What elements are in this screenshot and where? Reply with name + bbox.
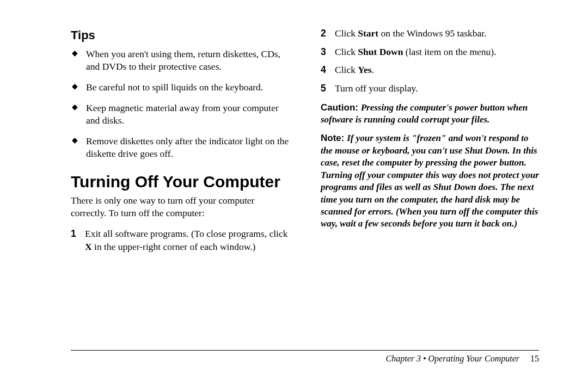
step-text-part: Click: [335, 64, 358, 75]
note-block: Note: If your system is "frozen" and won…: [321, 132, 539, 230]
caution-block: Caution: Pressing the computer's power b…: [321, 102, 539, 126]
intro-paragraph: There is only one way to turn off your c…: [71, 194, 289, 220]
step-number: 3: [321, 46, 335, 59]
step-1: 1 Exit all software programs. (To close …: [71, 228, 289, 253]
step-5: 5 Turn off your display.: [321, 82, 539, 95]
step-number: 5: [321, 82, 335, 95]
step-text-part: (last item on the menu).: [403, 46, 496, 57]
note-body: If your system is "frozen" and won't res…: [321, 133, 539, 229]
tip-item: Keep magnetic material away from your co…: [71, 102, 289, 127]
tips-list: When you aren't using them, return diske…: [71, 48, 289, 161]
step-text-bold: X: [85, 241, 92, 252]
document-page: Tips When you aren't using them, return …: [0, 0, 588, 380]
right-column: 2 Click Start on the Windows 95 taskbar.…: [321, 27, 539, 345]
page-footer: Chapter 3 • Operating Your Computer 15: [71, 350, 539, 364]
footer-chapter: Chapter 3 • Operating Your Computer: [386, 354, 519, 363]
step-text-part: in the upper-right corner of each window…: [92, 241, 256, 252]
left-column: Tips When you aren't using them, return …: [71, 27, 289, 345]
step-text-part: Click: [335, 28, 358, 39]
tip-item: When you aren't using them, return diske…: [71, 48, 289, 73]
step-text-bold: Yes: [358, 64, 371, 75]
step-number: 4: [321, 64, 335, 77]
step-text: Turn off your display.: [335, 82, 539, 95]
note-label: Note:: [321, 133, 347, 143]
step-text-bold: Start: [358, 28, 378, 39]
step-text-bold: Shut Down: [358, 46, 403, 57]
step-number: 1: [71, 228, 85, 253]
step-text-part: .: [372, 64, 374, 75]
step-text: Click Start on the Windows 95 taskbar.: [335, 27, 539, 40]
step-text-part: on the Windows 95 taskbar.: [378, 28, 486, 39]
step-text-part: Exit all software programs. (To close pr…: [85, 228, 287, 239]
step-text: Exit all software programs. (To close pr…: [85, 228, 289, 253]
section-heading: Turning Off Your Computer: [71, 173, 289, 191]
step-number: 2: [321, 27, 335, 40]
two-column-layout: Tips When you aren't using them, return …: [71, 27, 539, 345]
footer-page-number: 15: [530, 354, 539, 363]
caution-label: Caution:: [321, 102, 361, 113]
step-4: 4 Click Yes.: [321, 64, 539, 77]
step-3: 3 Click Shut Down (last item on the menu…: [321, 46, 539, 59]
step-text: Click Shut Down (last item on the menu).: [335, 46, 539, 59]
tip-item: Remove diskettes only after the indicato…: [71, 135, 289, 161]
tips-heading: Tips: [71, 27, 289, 44]
step-text: Click Yes.: [335, 64, 539, 77]
step-text-part: Click: [335, 46, 358, 57]
tip-item: Be careful not to spill liquids on the k…: [71, 81, 289, 94]
step-2: 2 Click Start on the Windows 95 taskbar.: [321, 27, 539, 40]
